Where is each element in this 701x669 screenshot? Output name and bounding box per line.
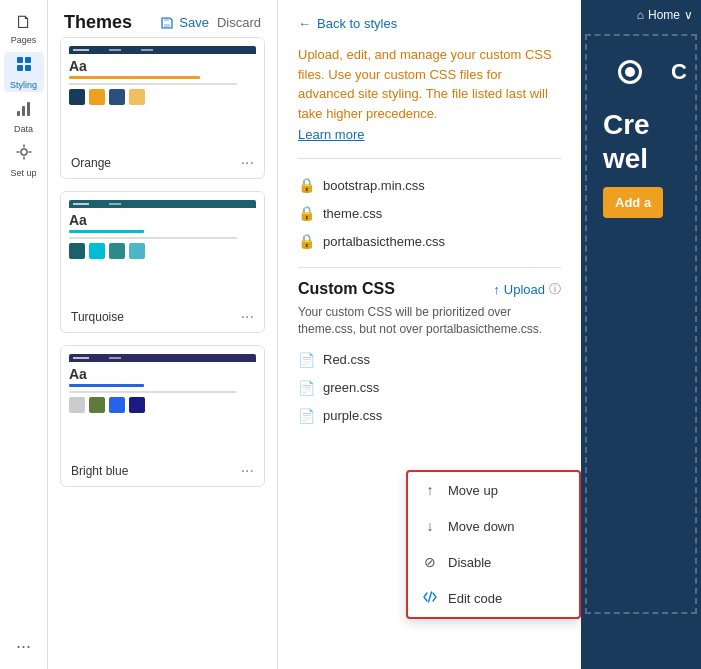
bright-blue-theme-menu[interactable]: ··· xyxy=(241,462,254,480)
sidebar-item-pages[interactable]: 🗋 Pages xyxy=(4,8,44,48)
orange-theme-label: Orange xyxy=(71,156,111,170)
preview-panel: ⌂ Home ∨ C Cre wel Add a xyxy=(581,0,701,669)
theme-card-turquoise[interactable]: Aa Turquoise ··· xyxy=(60,191,265,333)
svg-rect-4 xyxy=(17,111,20,116)
discard-button[interactable]: Discard xyxy=(217,15,261,30)
css-file-theme[interactable]: 🔒 theme.css xyxy=(298,199,561,227)
sidebar-label-pages: Pages xyxy=(11,35,37,45)
custom-css-desc: Your custom CSS will be prioritized over… xyxy=(298,304,561,338)
disable-icon: ⊘ xyxy=(422,554,438,570)
css-file-purple[interactable]: 📄 purple.css xyxy=(298,402,561,430)
svg-rect-2 xyxy=(17,65,23,71)
divider-1 xyxy=(298,158,561,159)
back-arrow-icon: ← xyxy=(298,16,311,31)
themes-title: Themes xyxy=(64,12,132,33)
turquoise-preview: Aa xyxy=(61,192,264,302)
bright-blue-preview: Aa xyxy=(61,346,264,456)
orange-preview: Aa xyxy=(61,38,264,148)
move-down-icon: ↓ xyxy=(422,518,438,534)
css-file-bootstrap[interactable]: 🔒 bootstrap.min.css xyxy=(298,171,561,199)
preview-c-letter: C xyxy=(671,59,687,85)
home-link[interactable]: ⌂ Home ∨ xyxy=(637,8,693,22)
file-icon-red: 📄 xyxy=(298,352,315,368)
css-file-red[interactable]: 📄 Red.css xyxy=(298,346,561,374)
sidebar-label-setup: Set up xyxy=(10,168,36,178)
sidebar-item-data[interactable]: Data xyxy=(4,96,44,136)
svg-rect-5 xyxy=(22,106,25,116)
sidebar-more[interactable]: ··· xyxy=(16,636,31,657)
svg-rect-8 xyxy=(164,24,170,28)
file-icon-bootstrap: 🔒 xyxy=(298,177,315,193)
orange-theme-menu[interactable]: ··· xyxy=(241,154,254,172)
custom-css-header: Custom CSS ↑ Upload ⓘ xyxy=(298,280,561,298)
divider-2 xyxy=(298,267,561,268)
custom-css-title: Custom CSS xyxy=(298,280,395,298)
file-icon-purple: 📄 xyxy=(298,408,315,424)
edit-code-label: Edit code xyxy=(448,591,502,606)
info-text: Upload, edit, and manage your custom CSS… xyxy=(298,45,561,123)
move-up-icon: ↑ xyxy=(422,482,438,498)
upload-button[interactable]: ↑ Upload ⓘ xyxy=(493,281,561,298)
preview-line1: Cre xyxy=(603,108,679,142)
file-icon-theme: 🔒 xyxy=(298,205,315,221)
sidebar: 🗋 Pages Styling Data xyxy=(0,0,48,669)
context-menu-move-up[interactable]: ↑ Move up xyxy=(408,472,579,508)
upload-icon: ↑ xyxy=(493,282,500,297)
back-link[interactable]: ← Back to styles xyxy=(298,16,561,31)
turquoise-theme-menu[interactable]: ··· xyxy=(241,308,254,326)
main-content: ← Back to styles Upload, edit, and manag… xyxy=(278,0,581,669)
svg-rect-1 xyxy=(25,57,31,63)
css-filename-portalbasic: portalbasictheme.css xyxy=(323,234,445,249)
preview-add-button[interactable]: Add a xyxy=(603,187,663,218)
data-icon xyxy=(15,99,33,122)
sidebar-item-styling[interactable]: Styling xyxy=(4,52,44,92)
context-menu: ↑ Move up ↓ Move down ⊘ Disable Edit cod… xyxy=(406,470,581,619)
svg-rect-6 xyxy=(27,102,30,116)
preview-line2: wel xyxy=(603,142,679,176)
preview-dashed-area: C Cre wel Add a xyxy=(585,34,697,614)
css-filename-green: green.css xyxy=(323,380,379,395)
css-filename-red: Red.css xyxy=(323,352,370,367)
upload-label: Upload xyxy=(504,282,545,297)
file-icon-portalbasic: 🔒 xyxy=(298,233,315,249)
disable-label: Disable xyxy=(448,555,491,570)
svg-rect-3 xyxy=(25,65,31,71)
css-filename-theme: theme.css xyxy=(323,206,382,221)
setup-icon xyxy=(15,143,33,166)
theme-card-orange[interactable]: Aa Orange ··· xyxy=(60,37,265,179)
svg-rect-0 xyxy=(17,57,23,63)
save-label: Save xyxy=(179,15,209,30)
edit-code-icon xyxy=(422,590,438,607)
context-menu-move-down[interactable]: ↓ Move down xyxy=(408,508,579,544)
sidebar-item-setup[interactable]: Set up xyxy=(4,140,44,180)
pages-icon: 🗋 xyxy=(15,12,33,33)
file-icon-green: 📄 xyxy=(298,380,315,396)
css-filename-purple: purple.css xyxy=(323,408,382,423)
themes-panel: Themes Save Discard Aa xyxy=(48,0,278,669)
sidebar-label-styling: Styling xyxy=(10,80,37,90)
css-filename-bootstrap: bootstrap.min.css xyxy=(323,178,425,193)
home-label: Home xyxy=(648,8,680,22)
preview-radio-row: C xyxy=(595,44,687,100)
save-button[interactable]: Save xyxy=(160,15,209,31)
preview-heading: Cre wel xyxy=(595,108,687,175)
svg-rect-9 xyxy=(164,18,169,21)
theme-card-bright-blue[interactable]: Aa Bright blue ··· xyxy=(60,345,265,487)
home-icon: ⌂ xyxy=(637,8,644,22)
preview-radio xyxy=(618,60,642,84)
chevron-down-icon: ∨ xyxy=(684,8,693,22)
context-menu-edit-code[interactable]: Edit code xyxy=(408,580,579,617)
preview-top-bar: ⌂ Home ∨ xyxy=(581,0,701,30)
back-label: Back to styles xyxy=(317,16,397,31)
turquoise-theme-label: Turquoise xyxy=(71,310,124,324)
css-file-green[interactable]: 📄 green.css xyxy=(298,374,561,402)
context-menu-disable[interactable]: ⊘ Disable xyxy=(408,544,579,580)
move-up-label: Move up xyxy=(448,483,498,498)
bright-blue-theme-label: Bright blue xyxy=(71,464,128,478)
styling-icon xyxy=(15,55,33,78)
sidebar-label-data: Data xyxy=(14,124,33,134)
move-down-label: Move down xyxy=(448,519,514,534)
css-file-portalbasic[interactable]: 🔒 portalbasictheme.css xyxy=(298,227,561,255)
svg-point-7 xyxy=(21,149,27,155)
learn-more-link[interactable]: Learn more xyxy=(298,127,561,142)
